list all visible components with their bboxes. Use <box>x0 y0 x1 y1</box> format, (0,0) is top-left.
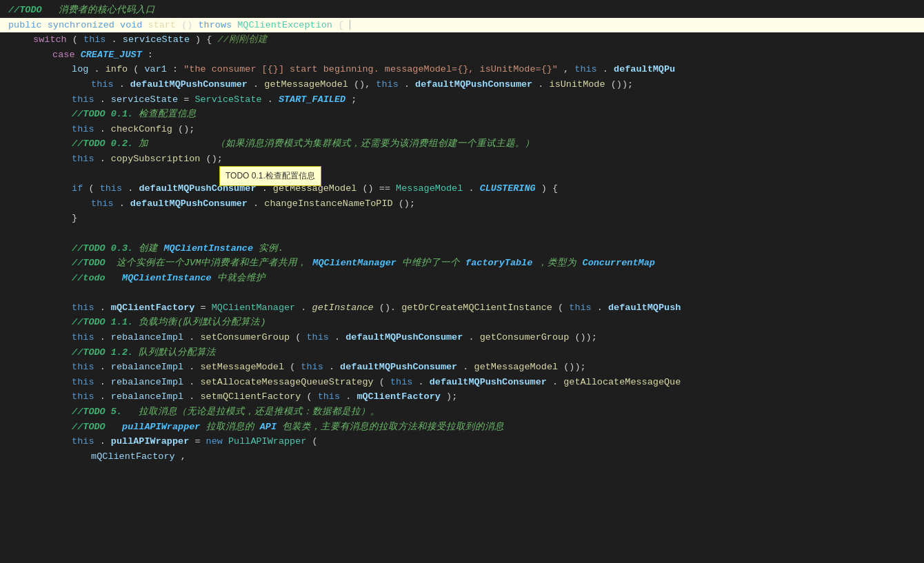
todo-12: //TODO 1.2. <box>72 347 133 358</box>
todo-jvm: //TODO <box>72 258 106 268</box>
italic-factorytable: factoryTable <box>465 258 532 268</box>
todo-jvm-text2: 中维护了一个 <box>402 258 460 268</box>
kw-throws: throws <box>199 20 232 30</box>
todo-03-text2: 实例. <box>259 243 283 254</box>
italic-pullapiwrapper: pullAPIWrapper <box>122 422 200 432</box>
line-2: public synchronized void start () throws… <box>0 18 924 33</box>
todo-5: //TODO 5. <box>72 407 133 417</box>
field-defaultmq-6: defaultMQPush <box>608 303 681 313</box>
var-log: log <box>72 64 88 74</box>
line-20 <box>0 285 924 300</box>
fn-info: info <box>106 64 128 74</box>
cls-mqclientmgr: MQClientManager <box>212 303 296 313</box>
kw-this-7: this <box>72 154 94 164</box>
line-19: //todo MQClientInstance 中就会维护 <box>0 271 924 286</box>
todo-mqclient-text2: 中就会维护 <box>217 273 265 283</box>
fn-checkconfig: checkConfig <box>111 124 172 134</box>
var-servicestate2: serviceState <box>111 94 178 105</box>
kw-this-16: this <box>72 377 94 387</box>
line-31: mQClientFactory , <box>0 449 924 464</box>
var-rebalanceimpl-1: rebalanceImpl <box>111 332 183 342</box>
italic-mqclient-1: MQClientInstance <box>163 243 253 254</box>
kw-if: if <box>72 183 83 194</box>
todo-mqclient-text <box>111 273 117 283</box>
fn-getmsgmodel3: getMessageModel <box>474 362 559 372</box>
line-28: //TODO 5. 拉取消息（无论是拉模式，还是推模式：数据都是拉）。 <box>0 405 924 420</box>
fn-copysub: copySubscription <box>111 154 201 164</box>
line-30: this . pullAPIWrapper = new PullAPIWrapp… <box>0 434 924 449</box>
kw-this-5: this <box>72 94 94 105</box>
line-29: //TODO pullAPIWrapper 拉取消息的 API 包装类，主要有消… <box>0 420 924 435</box>
todo-02-text: 加 （如果消息消费模式为集群模式，还需要为该消费组创建一个重试主题。） <box>139 139 534 149</box>
cls-servicestate: ServiceState <box>194 94 261 105</box>
kw-this-11: this <box>569 303 591 313</box>
line-3: switch ( this . serviceState ) { //刚刚创建 <box>0 32 924 48</box>
line-18: //TODO 这个实例在一个JVM中消费者和生产者共用， MQClientMan… <box>0 256 924 271</box>
fn-getinstance: getInstance <box>312 303 374 313</box>
kw-this-15: this <box>301 362 323 372</box>
field-defaultmq-8: defaultMQPushConsumer <box>340 362 457 372</box>
kw-this-6: this <box>72 124 94 134</box>
fn-setconsumergroup: setConsumerGroup <box>201 332 290 342</box>
kw-this-12: this <box>72 332 94 342</box>
str-log: "the consumer [{}] start beginning. mess… <box>183 64 558 74</box>
kw-this-3: this <box>91 79 113 90</box>
line-17: //TODO 0.3. 创建 MQClientInstance 实例. <box>0 241 924 256</box>
line-7: this . serviceState = ServiceState . STA… <box>0 92 924 108</box>
var-rebalanceimpl-2: rebalanceImpl <box>111 362 183 372</box>
var-mqclientfactory-param: mQClientFactory <box>91 451 175 462</box>
todo-12-text: 队列默认分配算法 <box>139 347 216 358</box>
fn-start: start <box>148 20 177 30</box>
todo-pull-text <box>111 422 117 432</box>
line-13: if ( this . defaultMQPushConsumer . getM… <box>0 181 924 196</box>
text-cursor <box>350 20 350 30</box>
fn-getconsumergroup: getConsumerGroup <box>480 332 570 342</box>
const-create-just: CREATE_JUST <box>81 50 142 60</box>
todo-11: //TODO 1.1. <box>72 317 133 327</box>
field-defaultmq-7: defaultMQPushConsumer <box>345 332 463 342</box>
line-23: this . rebalanceImpl . setConsumerGroup … <box>0 330 924 345</box>
italic-mqclientmgr: MQClientManager <box>312 258 396 268</box>
kw-synchronized: synchronized <box>48 20 114 30</box>
cls-msgmodel: MessageModel <box>396 183 463 194</box>
line-11: this . copySubscription (); <box>0 152 924 167</box>
italic-mqclient-2: MQClientInstance <box>122 273 212 283</box>
todo-jvm-text3: ，类型为 <box>538 258 576 268</box>
var-rebalanceimpl-4: rebalanceImpl <box>111 391 183 402</box>
todo-comment-1: //TODO <box>8 5 42 15</box>
line-24: //TODO 1.2. 队列默认分配算法 <box>0 345 924 360</box>
fn-setmsgmodel: setMessageModel <box>201 362 285 372</box>
var-servicestate: serviceState <box>123 34 190 45</box>
cls-pullapiwrapper: PullAPIWrapper <box>228 436 306 447</box>
field-mqclientfactory2: mQClientFactory <box>356 391 441 402</box>
field-defaultmq-2: defaultMQPushConsumer <box>130 79 248 90</box>
field-defaultmq-9: defaultMQPushConsumer <box>430 377 547 387</box>
italic-api: API <box>260 422 277 432</box>
kw-this-8: this <box>100 183 122 194</box>
todo-01: //TODO 0.1. <box>72 109 133 119</box>
kw-this-18: this <box>72 391 94 402</box>
kw-this-13: this <box>306 332 328 342</box>
kw-switch: switch <box>33 34 67 45</box>
line-15: } <box>0 211 924 226</box>
line-27: this . rebalanceImpl . setmQClientFactor… <box>0 389 924 405</box>
line-8: //TODO 0.1. 检查配置信息 <box>0 107 924 122</box>
kw-this-2: this <box>574 64 596 74</box>
comment-just-created: //刚刚创建 <box>218 34 268 45</box>
kw-this-9: this <box>91 198 113 209</box>
line-5: log . info ( var1 : "the consumer [{}] s… <box>0 62 924 77</box>
line-1: //TODO 消费者的核心代码入口 <box>0 3 924 18</box>
italic-concurrentmap: ConcurrentMap <box>583 258 655 268</box>
todo-03-text: 创建 <box>139 243 158 254</box>
kw-void: void <box>120 20 142 30</box>
todo-jvm-text: 这个实例在一个JVM中消费者和生产者共用， <box>111 258 307 268</box>
kw-case: case <box>52 50 74 60</box>
todo-01-text: 检查配置信息 <box>139 109 197 119</box>
todo-5-text: 拉取消息（无论是拉模式，还是推模式：数据都是拉）。 <box>139 407 380 417</box>
fn-getmsgmodel2: getMessageModel <box>273 183 357 194</box>
kw-this-20: this <box>72 436 94 447</box>
kw-public: public <box>8 20 42 30</box>
todo-02: //TODO 0.2. <box>72 139 133 149</box>
kw-this-10: this <box>72 303 94 313</box>
line-4: case CREATE_JUST : <box>0 48 924 63</box>
